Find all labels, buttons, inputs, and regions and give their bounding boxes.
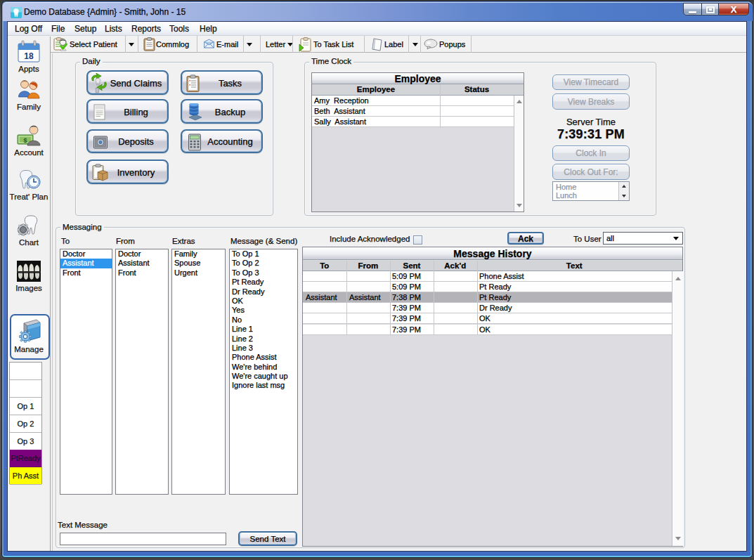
svg-text:$: $ — [23, 137, 27, 144]
svg-text:18: 18 — [24, 51, 34, 61]
